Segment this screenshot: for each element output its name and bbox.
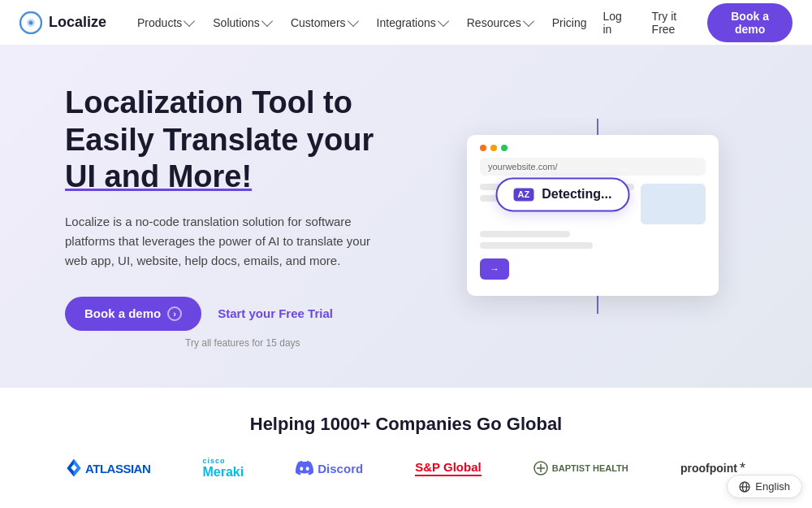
cisco-text: cisco <box>202 458 225 465</box>
sp-global-text: S&P Global <box>415 460 481 476</box>
logo-sp-global: S&P Global <box>415 460 481 476</box>
address-bar: yourwebsite.com/ <box>480 158 706 176</box>
book-demo-hero-button[interactable]: Book a demo › <box>65 297 201 331</box>
discord-icon <box>296 461 313 475</box>
chevron-down-icon <box>438 15 449 27</box>
language-selector[interactable]: English <box>727 475 802 498</box>
logos-row: ATLASSIAN cisco Meraki Discord S&P Globa… <box>49 458 763 480</box>
chevron-down-icon <box>261 15 273 27</box>
login-button[interactable]: Log in <box>594 5 633 41</box>
nav-item-products[interactable]: Products <box>129 11 201 34</box>
dot-yellow <box>490 145 497 151</box>
hero-content: Localization Tool to Easily Translate yo… <box>65 85 398 349</box>
dot-red <box>480 145 486 151</box>
hero-description: Localize is a no-code translation soluti… <box>65 212 390 271</box>
nav-actions: Log in Try it Free Book a demo <box>594 3 793 42</box>
baptist-icon <box>533 461 548 475</box>
az-badge: AZ <box>514 189 534 202</box>
chevron-down-icon <box>347 15 358 27</box>
content-line-4 <box>480 242 593 249</box>
logos-section: Helping 1000+ Companies Go Global ATLASS… <box>0 388 812 499</box>
dot-green <box>501 145 508 151</box>
browser-arrow-button: → <box>480 258 509 280</box>
logo-discord: Discord <box>296 461 363 475</box>
meraki-text: Meraki <box>202 465 244 480</box>
logo-text: Localize <box>49 14 106 31</box>
discord-text: Discord <box>317 462 363 475</box>
logo-icon <box>19 11 42 34</box>
arrow-circle-icon: › <box>167 306 182 321</box>
browser-dots <box>480 145 706 151</box>
try-free-button[interactable]: Try it Free <box>644 5 698 41</box>
hero-cta: Book a demo › Start your Free Trial <box>65 297 398 331</box>
detecting-badge: AZ Detecting... <box>496 178 630 212</box>
chevron-down-icon <box>184 15 195 27</box>
hero-illustration: yourwebsite.com/ → AZ Detecting... <box>430 111 763 322</box>
detecting-text: Detecting... <box>542 188 611 202</box>
content-line-3 <box>480 231 570 237</box>
baptist-text: BAPTIST HEALTH <box>552 463 628 473</box>
hero-title: Localization Tool to Easily Translate yo… <box>65 85 398 196</box>
language-label: English <box>755 480 790 493</box>
nav-item-customers[interactable]: Customers <box>283 11 365 34</box>
logo[interactable]: Localize <box>19 11 106 34</box>
book-demo-nav-button[interactable]: Book a demo <box>707 3 793 42</box>
nav-item-solutions[interactable]: Solutions <box>205 11 279 34</box>
navbar: Localize Products Solutions Customers In… <box>0 0 812 46</box>
trial-subtext: Try all features for 15 days <box>185 337 398 349</box>
free-trial-button[interactable]: Start your Free Trial <box>218 306 333 320</box>
logo-cisco-meraki: cisco Meraki <box>202 458 244 480</box>
nav-links: Products Solutions Customers Integration… <box>129 11 594 34</box>
nav-item-resources[interactable]: Resources <box>459 11 541 34</box>
nav-item-integrations[interactable]: Integrations <box>369 11 456 34</box>
logo-baptist-health: BAPTIST HEALTH <box>533 461 628 475</box>
content-image <box>641 184 706 224</box>
chevron-down-icon <box>523 15 534 27</box>
logo-atlassian: ATLASSIAN <box>67 459 150 477</box>
logos-title: Helping 1000+ Companies Go Global <box>49 414 763 435</box>
globe-icon <box>739 481 750 493</box>
atlassian-text: ATLASSIAN <box>85 462 150 475</box>
atlassian-icon <box>67 459 81 477</box>
browser-mockup: yourwebsite.com/ → <box>467 135 719 296</box>
svg-point-2 <box>29 20 33 24</box>
hero-section: Localization Tool to Easily Translate yo… <box>0 46 812 388</box>
proofpoint-text: proofpoint <box>680 462 737 475</box>
nav-item-pricing[interactable]: Pricing <box>544 11 595 34</box>
